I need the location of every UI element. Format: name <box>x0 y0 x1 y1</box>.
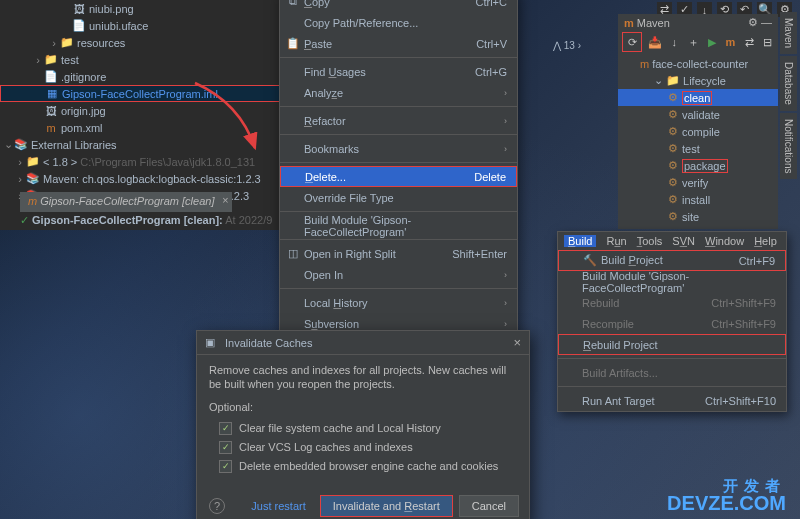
tree-item[interactable]: ›📁< 1.8 > C:\Program Files\Java\jdk1.8.0… <box>0 153 280 170</box>
menu-copy[interactable]: ⧉CopyCtrl+C <box>280 0 517 12</box>
just-restart-link[interactable]: Just restart <box>251 500 305 512</box>
menu-refactor[interactable]: Refactor› <box>280 110 517 131</box>
invalidate-caches-dialog: ▣ Invalidate Caches × Remove caches and … <box>196 330 530 519</box>
toggle-icon[interactable]: ⇄ <box>743 34 756 50</box>
gear-icon: ⚙ <box>668 193 678 206</box>
menu-analyze[interactable]: Analyze› <box>280 82 517 103</box>
maven-goal-install[interactable]: ⚙install <box>618 191 778 208</box>
checkbox-icon: ✓ <box>219 460 232 473</box>
menu-bookmarks[interactable]: Bookmarks› <box>280 138 517 159</box>
gear-icon: ⚙ <box>668 125 678 138</box>
maven-toolbar: ⟳ 📥 ↓ ＋ ▶ m ⇄ ⊟ <box>618 31 778 53</box>
tree-item[interactable]: 📄uniubi.uface <box>0 17 280 34</box>
tree-item[interactable]: 📄.gitignore <box>0 68 280 85</box>
generate-icon[interactable]: 📥 <box>648 34 662 50</box>
external-libraries[interactable]: ⌄📚External Libraries <box>0 136 280 153</box>
maven-project[interactable]: mface-collect-counter <box>618 55 778 72</box>
checkbox-clear-browser[interactable]: ✓Delete embedded browser engine cache an… <box>219 460 517 473</box>
run-ant[interactable]: Run Ant TargetCtrl+Shift+F10 <box>558 390 786 411</box>
build-module[interactable]: Build Module 'Gipson-FaceCollectProgram' <box>558 271 786 292</box>
maven-goal-verify[interactable]: ⚙verify <box>618 174 778 191</box>
maven-lifecycle[interactable]: ⌄ 📁Lifecycle <box>618 72 778 89</box>
tree-item-selected-iml[interactable]: ▦Gipson-FaceCollectProgram.iml <box>0 85 280 102</box>
refresh-icon[interactable]: ⟳ <box>624 34 640 50</box>
maven-goal-clean[interactable]: ⚙clean <box>618 89 778 106</box>
main-menu-bar: Build Run Tools SVN Window Help <box>558 232 786 250</box>
gear-icon: ⚙ <box>668 210 678 223</box>
side-tab-maven[interactable]: Maven <box>780 12 797 54</box>
gear-icon: ⚙ <box>668 176 678 189</box>
m-icon[interactable]: m <box>724 34 737 50</box>
menu-delete[interactable]: Delete...Delete <box>280 166 517 187</box>
menu-local-history[interactable]: Local History› <box>280 292 517 313</box>
split-icon: ◫ <box>286 247 299 260</box>
gear-icon: ⚙ <box>668 159 678 172</box>
watermark-logo: 开发者DEVZE.COM <box>667 478 786 513</box>
build-menu: Build Run Tools SVN Window Help 🔨Build P… <box>557 231 787 412</box>
tree-item[interactable]: ›📁test <box>0 51 280 68</box>
tree-item[interactable]: 🖼origin.jpg <box>0 102 280 119</box>
rebuild-project[interactable]: Rebuild Project <box>558 334 786 355</box>
font-size-indicator[interactable]: ⋀ 13 › <box>553 40 581 51</box>
menu-open-in[interactable]: Open In› <box>280 264 517 285</box>
side-tab-notifications[interactable]: Notifications <box>780 113 797 179</box>
menu-help[interactable]: Help <box>754 235 777 247</box>
checkbox-clear-vcs[interactable]: ✓Clear VCS Log caches and indexes <box>219 441 517 454</box>
collapse-icon[interactable]: ⊟ <box>761 34 774 50</box>
optional-label: Optional: <box>209 400 517 414</box>
cancel-button[interactable]: Cancel <box>459 495 519 517</box>
menu-override-file-type[interactable]: Override File Type <box>280 187 517 208</box>
maven-goal-package[interactable]: ⚙package <box>618 157 778 174</box>
run-icon[interactable]: ▶ <box>705 34 718 50</box>
gear-icon: ⚙ <box>668 142 678 155</box>
run-tab-bar: m Gipson-FaceCollectProgram [clean]× <box>20 192 232 212</box>
menu-find-usages[interactable]: Find UsagesCtrl+G <box>280 61 517 82</box>
menu-tools[interactable]: Tools <box>637 235 663 247</box>
checkbox-clear-fs[interactable]: ✓Clear file system cache and Local Histo… <box>219 422 517 435</box>
dialog-message: Remove caches and indexes for all projec… <box>209 363 517 392</box>
menu-build[interactable]: Build <box>564 235 596 247</box>
download-icon[interactable]: ↓ <box>668 34 681 50</box>
gear-icon: ⚙ <box>668 91 678 104</box>
maven-goal-validate[interactable]: ⚙validate <box>618 106 778 123</box>
console-output: ✓ Gipson-FaceCollectProgram [clean]: At … <box>20 214 272 227</box>
menu-build-module[interactable]: Build Module 'Gipson-FaceCollectProgram' <box>280 215 517 236</box>
menu-run[interactable]: Run <box>606 235 626 247</box>
recompile: RecompileCtrl+Shift+F9 <box>558 313 786 334</box>
maven-tool-window: mMaven⚙ — ⟳ 📥 ↓ ＋ ▶ m ⇄ ⊟ mface-collect-… <box>618 14 778 229</box>
checkbox-icon: ✓ <box>219 441 232 454</box>
add-icon[interactable]: ＋ <box>687 34 700 50</box>
close-icon[interactable]: × <box>513 335 521 350</box>
tree-item[interactable]: mpom.xml <box>0 119 280 136</box>
help-button[interactable]: ? <box>209 498 225 514</box>
paste-icon: 📋 <box>286 37 299 50</box>
build-artifacts: Build Artifacts... <box>558 362 786 383</box>
tree-item[interactable]: ›📚Maven: ch.qos.logback:logback-classic:… <box>0 170 280 187</box>
maven-goal-test[interactable]: ⚙test <box>618 140 778 157</box>
menu-open-split[interactable]: ◫Open in Right SplitShift+Enter <box>280 243 517 264</box>
run-tab[interactable]: m Gipson-FaceCollectProgram [clean]× <box>20 192 232 212</box>
gear-icon: ⚙ <box>668 108 678 121</box>
maven-header[interactable]: mMaven⚙ — <box>618 14 778 31</box>
checkbox-icon: ✓ <box>219 422 232 435</box>
dialog-title-bar[interactable]: ▣ Invalidate Caches × <box>197 331 529 355</box>
menu-paste[interactable]: 📋PasteCtrl+V <box>280 33 517 54</box>
maven-goal-site[interactable]: ⚙site <box>618 208 778 225</box>
invalidate-restart-button[interactable]: Invalidate and Restart <box>320 495 453 517</box>
right-sidebar-tabs: Maven Database Notifications <box>780 12 800 181</box>
menu-window[interactable]: Window <box>705 235 744 247</box>
rebuild: RebuildCtrl+Shift+F9 <box>558 292 786 313</box>
side-tab-database[interactable]: Database <box>780 56 797 111</box>
tree-item[interactable]: 🖼niubi.png <box>0 0 280 17</box>
hammer-icon: 🔨 <box>583 254 597 266</box>
maven-goal-compile[interactable]: ⚙compile <box>618 123 778 140</box>
close-icon[interactable]: × <box>222 194 228 206</box>
tree-item[interactable]: ›📁resources <box>0 34 280 51</box>
build-project[interactable]: 🔨Build ProjectCtrl+F9 <box>558 250 786 271</box>
menu-copy-path[interactable]: Copy Path/Reference... <box>280 12 517 33</box>
intellij-icon: ▣ <box>205 336 219 349</box>
copy-icon: ⧉ <box>286 0 299 8</box>
menu-svn[interactable]: SVN <box>672 235 695 247</box>
